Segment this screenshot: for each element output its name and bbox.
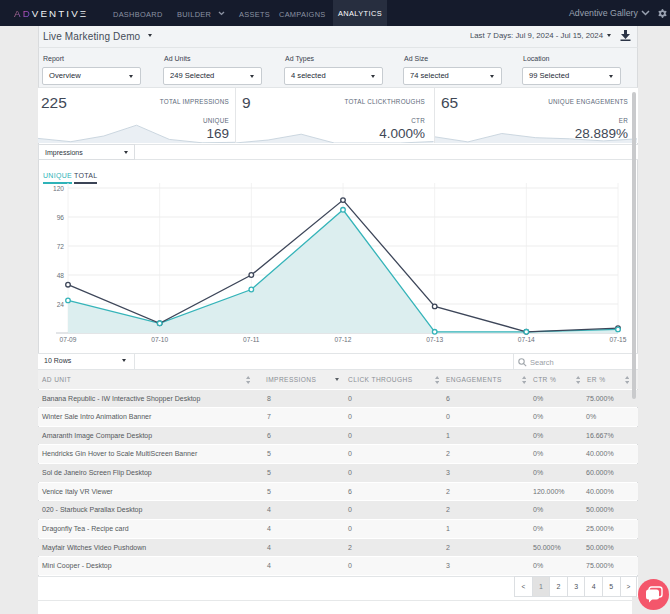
- svg-text:07-15: 07-15: [610, 336, 627, 343]
- svg-text:07-14: 07-14: [518, 336, 535, 343]
- svg-text:07-12: 07-12: [335, 336, 352, 343]
- svg-text:48: 48: [57, 272, 65, 279]
- svg-text:96: 96: [57, 214, 65, 221]
- svg-text:07-13: 07-13: [426, 336, 443, 343]
- svg-text:24: 24: [57, 301, 65, 308]
- svg-text:07-11: 07-11: [243, 336, 260, 343]
- svg-text:120: 120: [53, 185, 64, 192]
- svg-text:07-10: 07-10: [151, 336, 168, 343]
- svg-text:07-09: 07-09: [60, 336, 77, 343]
- svg-text:72: 72: [57, 243, 65, 250]
